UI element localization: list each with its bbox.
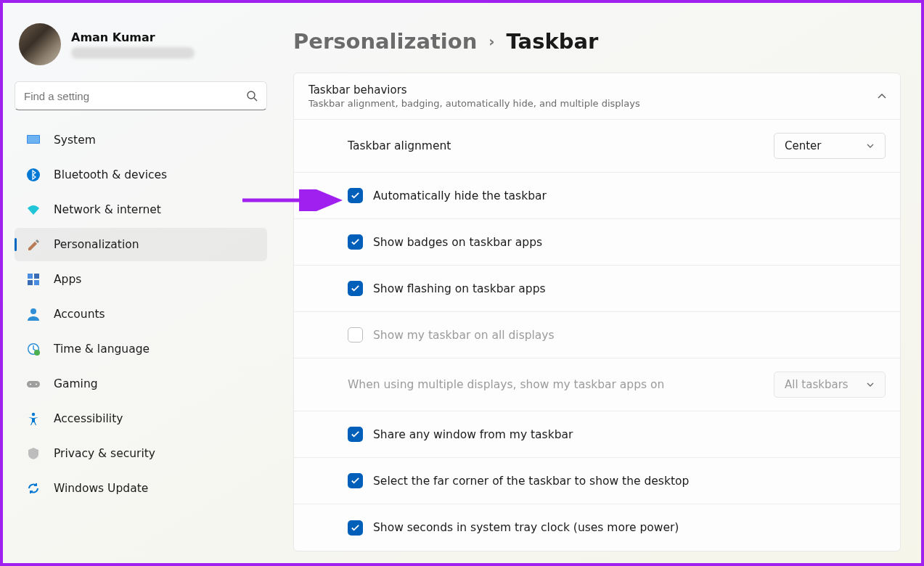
- svg-rect-6: [34, 274, 39, 279]
- sidebar-item-label: Windows Update: [54, 482, 148, 495]
- show-seconds-checkbox[interactable]: [348, 520, 363, 536]
- row-label: Show badges on taskbar apps: [373, 236, 886, 249]
- update-icon: [26, 481, 41, 496]
- gaming-icon: [26, 377, 41, 391]
- panel-header[interactable]: Taskbar behaviors Taskbar alignment, bad…: [294, 73, 900, 120]
- select-value: All taskbars: [785, 378, 849, 391]
- chevron-down-icon: [866, 380, 875, 389]
- sidebar: Aman Kumar System Bluetooth & devices Ne…: [3, 3, 277, 563]
- row-all-displays: Show my taskbar on all displays: [294, 312, 900, 358]
- row-label: Select the far corner of the taskbar to …: [373, 475, 886, 488]
- chevron-up-icon: [877, 91, 887, 102]
- multi-display-select: All taskbars: [774, 372, 886, 398]
- account-icon: [26, 307, 41, 321]
- far-corner-checkbox[interactable]: [348, 473, 363, 488]
- svg-point-0: [248, 91, 255, 99]
- sidebar-item-label: Apps: [54, 273, 81, 286]
- wifi-icon: [26, 202, 41, 217]
- sidebar-item-label: System: [54, 134, 96, 147]
- sidebar-item-label: Time & language: [54, 343, 150, 356]
- svg-rect-7: [28, 280, 33, 285]
- sidebar-item-label: Accounts: [54, 308, 105, 321]
- sidebar-item-system[interactable]: System: [15, 123, 267, 157]
- main-content: Personalization › Taskbar Taskbar behavi…: [277, 3, 921, 563]
- svg-rect-5: [28, 274, 33, 279]
- row-far-corner[interactable]: Select the far corner of the taskbar to …: [294, 458, 900, 504]
- row-label: When using multiple displays, show my ta…: [348, 378, 764, 391]
- sidebar-item-network[interactable]: Network & internet: [15, 193, 267, 226]
- svg-point-14: [30, 384, 31, 385]
- svg-rect-13: [27, 381, 40, 387]
- panel-subtitle: Taskbar alignment, badging, automaticall…: [308, 98, 640, 109]
- apps-icon: [26, 272, 41, 287]
- row-share-window[interactable]: Share any window from my taskbar: [294, 411, 900, 458]
- search-icon: [246, 90, 258, 102]
- sidebar-item-label: Bluetooth & devices: [54, 168, 167, 181]
- svg-point-9: [30, 308, 36, 314]
- taskbar-behaviors-panel: Taskbar behaviors Taskbar alignment, bad…: [293, 73, 901, 551]
- svg-point-4: [27, 168, 40, 181]
- alignment-select[interactable]: Center: [774, 133, 886, 159]
- brush-icon: [26, 237, 41, 252]
- sidebar-item-accessibility[interactable]: Accessibility: [15, 402, 267, 435]
- sidebar-item-label: Accessibility: [54, 412, 123, 425]
- search-box[interactable]: [15, 81, 267, 110]
- svg-point-16: [32, 413, 35, 416]
- chevron-right-icon: ›: [488, 33, 494, 50]
- sidebar-item-label: Personalization: [54, 238, 139, 251]
- row-taskbar-alignment: Taskbar alignment Center: [294, 120, 900, 173]
- row-auto-hide[interactable]: Automatically hide the taskbar: [294, 173, 900, 219]
- avatar: [19, 23, 61, 65]
- svg-line-1: [254, 98, 257, 101]
- shield-icon: [26, 446, 41, 461]
- system-icon: [26, 133, 41, 147]
- flashing-checkbox[interactable]: [348, 281, 363, 296]
- bluetooth-icon: [26, 168, 41, 182]
- auto-hide-checkbox[interactable]: [348, 188, 363, 203]
- breadcrumb: Personalization › Taskbar: [293, 29, 901, 54]
- sidebar-item-accounts[interactable]: Accounts: [15, 298, 267, 331]
- sidebar-item-gaming[interactable]: Gaming: [15, 367, 267, 401]
- row-badges[interactable]: Show badges on taskbar apps: [294, 219, 900, 266]
- svg-point-15: [36, 384, 37, 385]
- sidebar-item-label: Network & internet: [54, 203, 161, 216]
- share-window-checkbox[interactable]: [348, 427, 363, 442]
- select-value: Center: [785, 139, 822, 152]
- sidebar-item-update[interactable]: Windows Update: [15, 472, 267, 505]
- row-label: Taskbar alignment: [348, 139, 764, 152]
- svg-rect-8: [34, 280, 39, 285]
- sidebar-item-label: Privacy & security: [54, 447, 155, 460]
- chevron-down-icon: [866, 142, 875, 150]
- accessibility-icon: [26, 411, 41, 426]
- sidebar-item-label: Gaming: [54, 377, 98, 390]
- row-label: Show flashing on taskbar apps: [373, 282, 886, 295]
- row-multi-display: When using multiple displays, show my ta…: [294, 358, 900, 411]
- breadcrumb-current: Taskbar: [507, 29, 599, 54]
- row-label: Show my taskbar on all displays: [373, 329, 886, 342]
- breadcrumb-parent[interactable]: Personalization: [293, 29, 477, 54]
- row-label: Automatically hide the taskbar: [373, 189, 886, 202]
- panel-title: Taskbar behaviors: [308, 83, 640, 97]
- sidebar-item-bluetooth[interactable]: Bluetooth & devices: [15, 158, 267, 192]
- profile[interactable]: Aman Kumar: [15, 16, 267, 77]
- badges-checkbox[interactable]: [348, 234, 363, 250]
- sidebar-item-privacy[interactable]: Privacy & security: [15, 437, 267, 470]
- sidebar-item-personalization[interactable]: Personalization: [15, 228, 267, 261]
- profile-name: Aman Kumar: [71, 30, 195, 44]
- sidebar-nav: System Bluetooth & devices Network & int…: [15, 123, 267, 505]
- svg-point-12: [34, 350, 40, 356]
- row-label: Show seconds in system tray clock (uses …: [373, 521, 886, 534]
- time-icon: [26, 342, 41, 356]
- row-flashing[interactable]: Show flashing on taskbar apps: [294, 266, 900, 312]
- sidebar-item-time[interactable]: Time & language: [15, 332, 267, 366]
- row-label: Share any window from my taskbar: [373, 428, 886, 441]
- search-input[interactable]: [24, 90, 246, 102]
- all-displays-checkbox: [348, 327, 363, 343]
- profile-email-blurred: [71, 47, 195, 59]
- sidebar-item-apps[interactable]: Apps: [15, 263, 267, 296]
- svg-rect-3: [28, 136, 39, 143]
- row-show-seconds[interactable]: Show seconds in system tray clock (uses …: [294, 504, 900, 551]
